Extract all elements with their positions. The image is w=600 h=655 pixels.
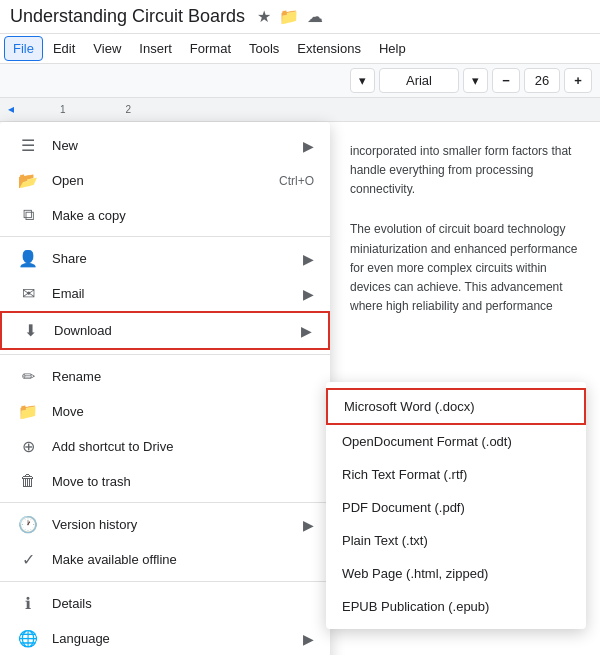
download-pdf[interactable]: PDF Document (.pdf) [326, 491, 586, 524]
divider-1 [0, 236, 330, 237]
open-label: Open [52, 173, 279, 188]
font-arrow[interactable]: ▾ [463, 68, 488, 93]
menu-file[interactable]: File [4, 36, 43, 61]
move-label: Move [52, 404, 314, 419]
menu-help[interactable]: Help [371, 37, 414, 60]
download-label: Download [54, 323, 301, 338]
download-rtf[interactable]: Rich Text Format (.rtf) [326, 458, 586, 491]
email-label: Email [52, 286, 303, 301]
menu-open[interactable]: 📂 Open Ctrl+O [0, 163, 330, 198]
email-arrow: ▶ [303, 286, 314, 302]
font-size-increase[interactable]: + [564, 68, 592, 93]
new-label: New [52, 138, 303, 153]
trash-icon: 🗑 [16, 472, 40, 490]
menu-make-copy[interactable]: ⧉ Make a copy [0, 198, 330, 232]
divider-3 [0, 502, 330, 503]
download-icon: ⬇ [18, 321, 42, 340]
menu-move[interactable]: 📁 Move [0, 394, 330, 429]
add-shortcut-label: Add shortcut to Drive [52, 439, 314, 454]
odt-label: OpenDocument Format (.odt) [342, 434, 512, 449]
rtf-label: Rich Text Format (.rtf) [342, 467, 467, 482]
ruler-arrow: ◂ [8, 102, 14, 116]
move-icon: 📁 [16, 402, 40, 421]
copy-label: Make a copy [52, 208, 314, 223]
share-icon: 👤 [16, 249, 40, 268]
language-icon: 🌐 [16, 629, 40, 648]
download-docx[interactable]: Microsoft Word (.docx) [326, 388, 586, 425]
download-submenu: Microsoft Word (.docx) OpenDocument Form… [326, 382, 586, 629]
download-epub[interactable]: EPUB Publication (.epub) [326, 590, 586, 623]
menu-email[interactable]: ✉ Email ▶ [0, 276, 330, 311]
menu-view[interactable]: View [85, 37, 129, 60]
offline-label: Make available offline [52, 552, 314, 567]
menu-tools[interactable]: Tools [241, 37, 287, 60]
divider-2 [0, 354, 330, 355]
title-icons: ★ 📁 ☁ [257, 7, 323, 26]
folder-icon[interactable]: 📁 [279, 7, 299, 26]
font-name-selector[interactable]: Arial [379, 68, 459, 93]
language-arrow: ▶ [303, 631, 314, 647]
menu-insert[interactable]: Insert [131, 37, 180, 60]
ruler-mark-2: 2 [126, 104, 132, 115]
add-shortcut-icon: ⊕ [16, 437, 40, 456]
font-size-input[interactable]: 26 [524, 68, 560, 93]
open-icon: 📂 [16, 171, 40, 190]
txt-label: Plain Text (.txt) [342, 533, 428, 548]
cloud-icon[interactable]: ☁ [307, 7, 323, 26]
rename-icon: ✏ [16, 367, 40, 386]
epub-label: EPUB Publication (.epub) [342, 599, 489, 614]
download-odt[interactable]: OpenDocument Format (.odt) [326, 425, 586, 458]
language-label: Language [52, 631, 303, 646]
ruler-mark-1: 1 [60, 104, 66, 115]
docx-label: Microsoft Word (.docx) [344, 399, 475, 414]
copy-icon: ⧉ [16, 206, 40, 224]
menu-language[interactable]: 🌐 Language ▶ [0, 621, 330, 655]
download-arrow: ▶ [301, 323, 312, 339]
download-txt[interactable]: Plain Text (.txt) [326, 524, 586, 557]
menu-share[interactable]: 👤 Share ▶ [0, 241, 330, 276]
ruler-marks: 1 2 [60, 98, 131, 121]
share-label: Share [52, 251, 303, 266]
ruler: ◂ 1 2 [0, 98, 600, 122]
new-icon: ☰ [16, 136, 40, 155]
menu-extensions[interactable]: Extensions [289, 37, 369, 60]
menu-new[interactable]: ☰ New ▶ [0, 128, 330, 163]
content-area: ☰ New ▶ 📂 Open Ctrl+O ⧉ Make a copy 👤 Sh… [0, 122, 600, 655]
file-dropdown-menu: ☰ New ▶ 📂 Open Ctrl+O ⧉ Make a copy 👤 Sh… [0, 122, 330, 655]
document-title: Understanding Circuit Boards [10, 6, 245, 27]
open-shortcut: Ctrl+O [279, 174, 314, 188]
doc-paragraph-1: incorporated into smaller form factors t… [350, 142, 580, 200]
menu-bar: File Edit View Insert Format Tools Exten… [0, 34, 600, 64]
doc-paragraph-2: The evolution of circuit board technolog… [350, 220, 580, 316]
menu-rename[interactable]: ✏ Rename [0, 359, 330, 394]
version-label: Version history [52, 517, 303, 532]
menu-add-shortcut[interactable]: ⊕ Add shortcut to Drive [0, 429, 330, 464]
details-label: Details [52, 596, 314, 611]
offline-icon: ✓ [16, 550, 40, 569]
font-size-decrease[interactable]: − [492, 68, 520, 93]
toolbar: ▾ Arial ▾ − 26 + [0, 64, 600, 98]
menu-edit[interactable]: Edit [45, 37, 83, 60]
menu-format[interactable]: Format [182, 37, 239, 60]
details-icon: ℹ [16, 594, 40, 613]
version-arrow: ▶ [303, 517, 314, 533]
pdf-label: PDF Document (.pdf) [342, 500, 465, 515]
download-html[interactable]: Web Page (.html, zipped) [326, 557, 586, 590]
menu-offline[interactable]: ✓ Make available offline [0, 542, 330, 577]
rename-label: Rename [52, 369, 314, 384]
divider-4 [0, 581, 330, 582]
share-arrow: ▶ [303, 251, 314, 267]
html-label: Web Page (.html, zipped) [342, 566, 488, 581]
toolbar-dropdown[interactable]: ▾ [350, 68, 375, 93]
new-arrow: ▶ [303, 138, 314, 154]
star-icon[interactable]: ★ [257, 7, 271, 26]
menu-version-history[interactable]: 🕐 Version history ▶ [0, 507, 330, 542]
menu-details[interactable]: ℹ Details [0, 586, 330, 621]
email-icon: ✉ [16, 284, 40, 303]
menu-download[interactable]: ⬇ Download ▶ [0, 311, 330, 350]
trash-label: Move to trash [52, 474, 314, 489]
title-bar: Understanding Circuit Boards ★ 📁 ☁ [0, 0, 600, 34]
menu-trash[interactable]: 🗑 Move to trash [0, 464, 330, 498]
version-icon: 🕐 [16, 515, 40, 534]
